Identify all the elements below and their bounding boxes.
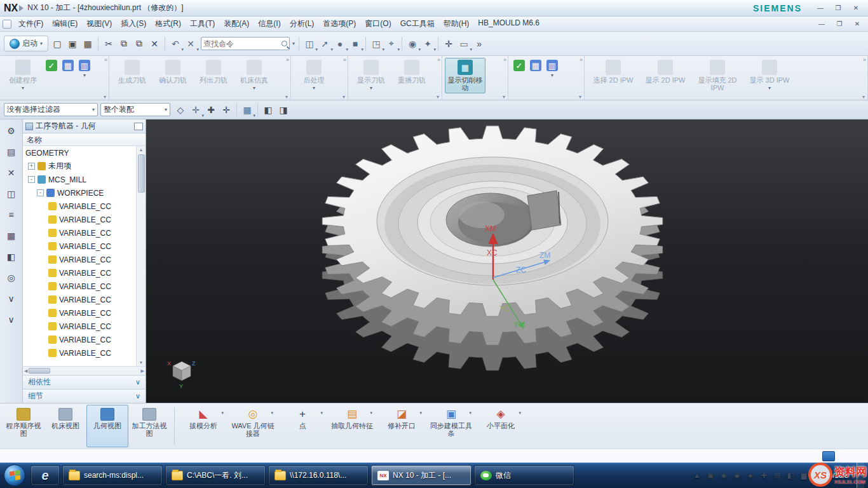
tray-icon[interactable]: ◧	[785, 471, 796, 480]
tree-node[interactable]: VARIABLE_CC	[23, 226, 136, 240]
panel-options-button[interactable]	[134, 123, 143, 130]
taskbar-window-button[interactable]: NX 10 - 加工 - [...	[371, 465, 471, 485]
ribbon-button[interactable]: ▦ ▾	[60, 58, 76, 93]
group-overflow-icon[interactable]: »	[863, 57, 866, 63]
group-dropdown-icon[interactable]: ▾	[437, 94, 439, 100]
tool-button[interactable]: ▤ 抽取几何特征 ▾	[327, 405, 377, 447]
tree-node[interactable]: VARIABLE_CC	[23, 240, 136, 253]
selection-toolbar-icon[interactable]: ▾	[257, 103, 258, 117]
ribbon-button[interactable]: ▥ ▾	[544, 58, 560, 80]
toolbar-icon[interactable]: ⧉▾	[116, 36, 132, 51]
menu-item[interactable]: 视图(V)	[82, 17, 116, 31]
menu-item[interactable]: 编辑(E)	[48, 17, 82, 31]
toolbar-icon[interactable]: ◫▾	[302, 36, 317, 51]
tree-node[interactable]: VARIABLE_CC	[23, 213, 136, 226]
group-dropdown-icon[interactable]: ▾	[862, 94, 865, 100]
resource-bar-icon[interactable]: ∨	[4, 312, 19, 327]
toolbar-icon[interactable]: ▣▾	[65, 36, 80, 51]
resource-bar-icon[interactable]: ◫	[4, 186, 19, 201]
menu-item[interactable]: 工具(T)	[186, 17, 219, 31]
ribbon-button[interactable]: ▦ ▾	[527, 58, 544, 80]
tree-node[interactable]: GEOMETRY	[23, 146, 136, 159]
tree-node[interactable]: VARIABLE_CC	[23, 266, 136, 280]
menu-item[interactable]: 帮助(H)	[439, 17, 474, 31]
ribbon-button[interactable]: ✓ ▾	[43, 58, 60, 93]
toolbar-icon[interactable]: ✛▾	[441, 36, 456, 51]
ribbon-button[interactable]: 机床仿真 ▾	[234, 58, 275, 93]
toolbar-icon[interactable]: ✦▾	[420, 36, 435, 51]
toolbar-icon[interactable]: ▾	[165, 37, 165, 51]
resource-bar-icon[interactable]: ⚙	[4, 123, 19, 139]
ribbon-button[interactable]: ✓ ▾	[511, 58, 527, 80]
tool-button[interactable]: ◪ 修补开口 ▾	[377, 405, 426, 447]
selection-toolbar-icon[interactable]: ✛▾	[188, 102, 203, 118]
toolbar-icon[interactable]: ▢▾	[50, 36, 65, 51]
tree-node[interactable]: + 未用项	[23, 159, 136, 173]
toolbar-icon[interactable]: ⧉▾	[132, 36, 147, 51]
group-dropdown-icon[interactable]: ▾	[104, 94, 106, 100]
tree-node[interactable]: VARIABLE_CC	[23, 253, 136, 266]
ribbon-button[interactable]: 生成刀轨 ▾	[112, 58, 153, 93]
tray-icon[interactable]: ▲	[692, 471, 702, 479]
search-dropdown-icon[interactable]: ▾	[292, 41, 295, 46]
tree-node[interactable]: VARIABLE_CC	[23, 306, 136, 320]
tree-node[interactable]: - WORKPIECE	[23, 186, 136, 200]
group-dropdown-icon[interactable]: ▾	[342, 94, 345, 100]
selection-toolbar-icon[interactable]: ▾	[236, 103, 237, 117]
ribbon-button[interactable]: ▦ 显示切削移动 ▾	[445, 58, 485, 93]
toolbar-icon[interactable]: ▦▾	[80, 36, 95, 51]
ribbon-button[interactable]: 显示 3D IPW ▾	[743, 58, 796, 93]
resource-bar-icon[interactable]: ◎	[4, 270, 19, 285]
tray-icon[interactable]: ✚	[759, 471, 769, 480]
toolbar-icon[interactable]: ✕▾	[183, 36, 198, 51]
taskbar-window-button[interactable]: 微信	[474, 465, 574, 485]
toolbar-icon[interactable]: ✕▾	[147, 36, 162, 51]
resource-bar-icon[interactable]: ≡	[4, 207, 19, 222]
tray-icon[interactable]: ▤	[772, 471, 782, 480]
command-search-input[interactable]	[203, 39, 281, 48]
navigator-view-button[interactable]: 程序顺序视图	[3, 405, 44, 447]
toolbar-icon[interactable]: ▾	[402, 37, 402, 51]
toolbar-icon[interactable]: ■▾	[348, 36, 363, 51]
toolbar-icon[interactable]: ✂▾	[101, 36, 116, 51]
tray-icon[interactable]: ◈	[745, 471, 756, 480]
menu-item[interactable]: GC工具箱	[396, 17, 439, 31]
tool-button[interactable]: ▣ 同步建模工具条 ▾	[426, 405, 476, 447]
selection-toolbar-icon[interactable]: ✛▾	[219, 102, 234, 118]
toolbar-icon[interactable]: ▾	[438, 37, 438, 51]
tray-icon[interactable]: ▣	[705, 471, 715, 480]
menu-item[interactable]: HB_MOULD M6.6	[473, 17, 544, 31]
group-overflow-icon[interactable]: »	[437, 57, 440, 63]
selection-toolbar-icon[interactable]: ◇▾	[173, 102, 188, 118]
search-icon[interactable]	[281, 41, 287, 46]
toolbar-icon[interactable]: ▾	[365, 37, 366, 51]
menu-item[interactable]: 窗口(O)	[360, 17, 395, 31]
tree-node[interactable]: VARIABLE_CC	[23, 346, 136, 360]
tree-node[interactable]: VARIABLE_CC	[23, 320, 136, 333]
menu-item[interactable]: 插入(S)	[116, 17, 151, 31]
tray-icon[interactable]: ▆	[799, 471, 809, 480]
ribbon-button[interactable]: 创建程序 ▾	[3, 58, 43, 93]
resource-bar-icon[interactable]: ◧	[4, 249, 19, 264]
navigator-view-button[interactable]: 几何视图	[86, 405, 128, 447]
tool-button[interactable]: ◣ 拔模分析 ▾	[179, 405, 228, 447]
tree-node[interactable]: - MCS_MILL	[23, 173, 136, 186]
menu-item[interactable]: 分析(L)	[285, 17, 319, 31]
ribbon-button[interactable]: 显示刀轨 ▾	[351, 58, 391, 93]
toolbar-icon[interactable]: ⌖▾	[384, 36, 399, 51]
toolbar-icon[interactable]: ▭▾	[456, 36, 471, 51]
tree-node[interactable]: VARIABLE_CC	[23, 200, 136, 213]
tray-icon[interactable]: ◉	[732, 471, 742, 480]
group-dropdown-icon[interactable]: ▾	[503, 94, 505, 100]
menu-item[interactable]: 文件(F)	[14, 17, 48, 31]
assembly-scope-select[interactable]: 整个装配▾	[100, 103, 170, 116]
resource-bar-icon[interactable]: ∨	[4, 291, 19, 306]
group-overflow-icon[interactable]: »	[104, 57, 107, 63]
menu-item[interactable]: 装配(A)	[219, 17, 254, 31]
selection-toolbar-icon[interactable]: ✚▾	[203, 102, 219, 118]
minimize-button[interactable]: —	[812, 3, 829, 14]
scrollbar-thumb[interactable]	[29, 368, 50, 374]
toolbar-icon[interactable]: ●▾	[332, 36, 348, 51]
navigator-view-button[interactable]: 机床视图	[44, 405, 86, 447]
mdi-close-button[interactable]: ✕	[849, 18, 865, 30]
